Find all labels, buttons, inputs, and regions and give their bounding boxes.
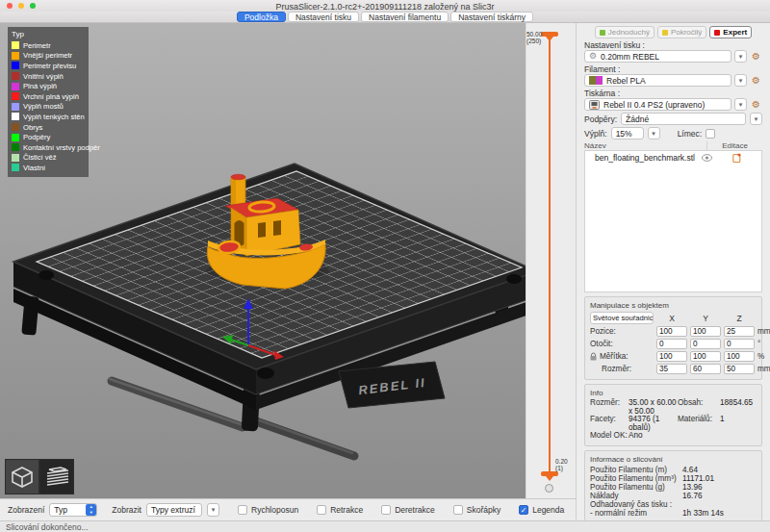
legend-item: Výplň tenkých stěn [12, 112, 85, 122]
legend-title: Typ [12, 30, 85, 38]
color-swatch [12, 52, 19, 60]
color-swatch [12, 83, 19, 90]
filament-combo[interactable]: Rebel PLA [584, 74, 732, 87]
filament-gear-button[interactable]: ⚙ [750, 74, 762, 87]
infill-combo[interactable]: 15% [611, 127, 644, 139]
show-features-combo[interactable]: Typy extruzí [146, 503, 202, 517]
color-swatch [12, 72, 19, 80]
travel-checkbox-group: Rychloposun [238, 505, 298, 515]
legend-item: Kontaktní vrstvy podpěr [12, 142, 85, 153]
tab-printer-settings[interactable]: Nastavení tiskárny [450, 12, 533, 22]
supports-combo[interactable]: Žádné [621, 113, 746, 125]
color-swatch [12, 113, 19, 120]
printer-label: Tiskárna : [584, 89, 762, 97]
mode-simple-button[interactable]: Jednoduchý [595, 26, 654, 38]
rotate-x-input[interactable] [656, 339, 687, 349]
visibility-toggle[interactable] [702, 154, 712, 162]
axis-x-header: X [656, 314, 687, 323]
filament-dropdown-button[interactable]: ▾ [734, 74, 747, 87]
infill-dropdown-button[interactable]: ▾ [648, 127, 660, 139]
legend-item: Plná výplň [12, 81, 85, 91]
brim-label: Límec: [678, 129, 703, 139]
shells-checkbox[interactable] [453, 505, 463, 515]
retractions-checkbox[interactable] [317, 505, 326, 515]
print-settings-dropdown-button[interactable]: ▾ [734, 50, 747, 63]
position-x-input[interactable] [656, 326, 687, 337]
lock-icon[interactable] [590, 352, 597, 361]
rotate-y-input[interactable] [690, 339, 721, 349]
expert-mode-icon [714, 30, 720, 36]
mode-expert-button[interactable]: Expert [709, 26, 752, 38]
position-unit: mm [757, 327, 769, 336]
printer-combo[interactable]: Rebel II 0.4 PS2 (upraveno) [584, 98, 732, 111]
layer-slider-track[interactable] [549, 37, 551, 475]
sliced-info-row: Použito Filamentu (g)13.96 [590, 483, 757, 492]
tab-plater[interactable]: Podložka [237, 12, 286, 22]
size-y-input[interactable] [690, 364, 721, 374]
show-features-dropdown-button[interactable]: ▾ [207, 503, 219, 517]
color-swatch [12, 103, 19, 111]
view-3d-button[interactable] [5, 459, 39, 494]
print-settings-gear-button[interactable]: ⚙ [750, 50, 762, 63]
scale-x-input[interactable] [656, 351, 687, 362]
layer-slider-min-label: 0.20 (1) [555, 458, 568, 471]
benchy-window [258, 222, 266, 238]
printer-row: Rebel II 0.4 PS2 (upraveno) ▾ ⚙ [584, 98, 762, 111]
view-preview-button[interactable] [39, 459, 74, 494]
filament-row: Rebel PLA ▾ ⚙ [584, 74, 762, 87]
legend-checkbox[interactable]: ✓ [519, 505, 528, 515]
printer-gear-button[interactable]: ⚙ [750, 98, 762, 111]
scale-y-input[interactable] [690, 351, 721, 362]
size-z-input[interactable] [724, 364, 755, 374]
object-edit-button[interactable] [712, 153, 761, 163]
layers-icon [43, 465, 70, 490]
viewport-3d[interactable]: REBEL II [0, 23, 526, 498]
layer-slider-max-label: 50.00 (250) [526, 31, 540, 44]
app-window: PrusaSlicer-2.1.0-rc2+-201909111218 zalo… [0, 0, 770, 532]
chevron-down-icon: ▾ [739, 101, 743, 108]
cost-value: 16.76 [682, 492, 703, 500]
size-x-input[interactable] [656, 364, 687, 374]
filament-m-value: 4.64 [682, 466, 698, 474]
cube-icon [10, 465, 35, 490]
mode-switcher: Jednoduchý Pokročilý Expert [584, 26, 762, 38]
legend-item: Podpěry [12, 132, 85, 142]
legend-item: Vlastní [12, 163, 85, 173]
gear-icon: ⚙ [752, 75, 760, 86]
printer-dropdown-button[interactable]: ▾ [734, 98, 747, 111]
color-swatch [12, 164, 19, 171]
axis-y-header: Y [690, 314, 721, 323]
printer-icon [589, 100, 600, 110]
supports-dropdown-button[interactable]: ▾ [750, 113, 762, 125]
tab-filament-settings[interactable]: Nastavení filamentu [361, 12, 449, 22]
view-select[interactable]: Typ ▲ ▼ [49, 503, 97, 517]
layer-slider-lower-handle[interactable] [541, 471, 558, 476]
scale-z-input[interactable] [724, 351, 755, 362]
travel-checkbox[interactable] [238, 505, 247, 515]
one-layer-mode-toggle[interactable] [545, 484, 553, 493]
position-y-input[interactable] [690, 326, 721, 337]
layer-slider-upper-handle[interactable] [541, 32, 558, 37]
name-column-header: Název [584, 141, 706, 150]
bed-knob [257, 367, 274, 379]
object-list-row[interactable]: ben_floating_benchmark.stl [585, 151, 761, 164]
rotate-z-input[interactable] [724, 339, 755, 349]
info-row-manifold: Model OK: Ano [590, 432, 757, 441]
brim-checkbox[interactable] [706, 129, 715, 139]
simple-mode-icon [600, 30, 605, 36]
size-label: Rozměr: [590, 365, 654, 373]
print-settings-combo[interactable]: ⚙ 0.20mm REBEL [584, 50, 732, 63]
chevron-down-icon: ▾ [212, 506, 216, 513]
unretractions-checkbox[interactable] [381, 505, 391, 515]
position-z-input[interactable] [724, 326, 755, 337]
object-list: ben_floating_benchmark.stl [584, 150, 762, 292]
mode-advanced-button[interactable]: Pokročilý [657, 26, 706, 38]
size-unit: mm [757, 365, 769, 373]
coordinates-combo[interactable]: Světové souřadnice ▾ [590, 312, 654, 324]
tab-print-settings[interactable]: Nastavení tisku [288, 12, 359, 22]
gear-icon: ⚙ [752, 51, 760, 62]
filament-mm3-value: 11171.01 [682, 474, 714, 483]
sliced-info-row: Odhadovaný čas tisku : [590, 500, 757, 509]
retractions-checkbox-group: Retrakce [317, 505, 363, 515]
preview-toolbar: Zobrazení Typ ▲ ▼ Zobrazit Typy extruzí … [0, 498, 576, 520]
